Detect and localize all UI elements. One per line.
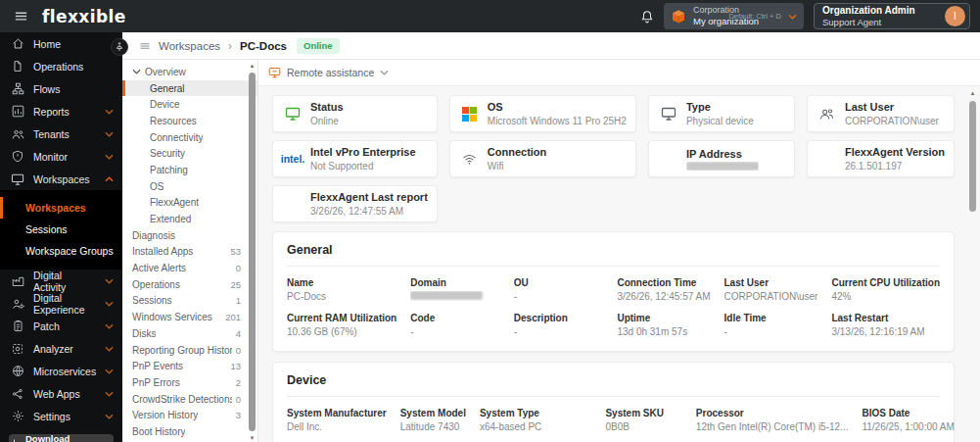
field-label: System Model <box>400 408 466 418</box>
sidebar-item-label: Reports <box>33 106 70 118</box>
summary-card: OS Microsoft Windows 11 Pro 25H2 <box>449 95 636 132</box>
card-body: Type Physical device <box>686 100 754 126</box>
breadcrumb-root-link[interactable]: Workspaces <box>159 40 220 52</box>
tree-item[interactable]: Windows Services 201 <box>122 309 257 325</box>
remote-assistance-label: Remote assistance <box>287 67 374 78</box>
sidebar-item-icon <box>11 37 24 50</box>
sidebar-item[interactable]: Analyzer <box>0 337 122 360</box>
sidebar-item-label: Digital Activity <box>33 270 96 293</box>
field-value: Dell Inc. <box>287 421 387 432</box>
tree-item[interactable]: Overview <box>122 64 257 80</box>
notifications-bell-icon[interactable] <box>640 10 654 24</box>
card-value: Not Supported <box>310 160 416 172</box>
card-icon: intel. <box>282 153 303 165</box>
tenant-selector[interactable]: Corporation My organization Default: Ctr… <box>664 3 804 29</box>
card-body: IP Address <box>686 147 759 170</box>
card-body: FlexxAgent Last report 3/26/26, 12:47:55… <box>310 190 428 217</box>
summary-card: Type Physical device <box>648 95 795 132</box>
menu-toggle-icon[interactable] <box>14 9 28 24</box>
tree-item[interactable]: FlexxAgent <box>122 195 257 212</box>
tree-item[interactable]: General <box>122 80 257 97</box>
sidebar-item[interactable]: Settings <box>0 405 122 427</box>
tree-item[interactable]: Extended <box>122 211 257 227</box>
sidebar-item[interactable]: Monitor <box>0 145 122 168</box>
card-body: OS Microsoft Windows 11 Pro 25H2 <box>488 100 627 126</box>
field-value: 0B0B <box>605 421 681 432</box>
sidebar-item-label: Web Apps <box>33 388 80 400</box>
workspaces-submenu: Workspaces Sessions Workspace Groups <box>0 190 122 270</box>
sidebar-item[interactable]: Tenants <box>0 123 122 145</box>
detail-sections: General Name PC-Docs Domain <box>272 231 955 442</box>
sidebar-pin-button[interactable] <box>111 38 128 56</box>
sidebar-item[interactable]: Microservices <box>0 360 122 382</box>
card-body: FlexxAgent Version 26.1.501.197 <box>845 145 945 172</box>
sidebar-item-label: Digital Experience <box>33 292 96 316</box>
user-menu[interactable]: Organization Admin Support Agent I <box>814 3 970 29</box>
summary-cards: Status Online OS Microsoft Windows 11 Pr… <box>272 95 955 222</box>
tree-item[interactable]: Sessions 1 <box>122 293 257 310</box>
tree-item-label: Patching <box>150 165 188 175</box>
field-label: System Type <box>480 408 592 418</box>
breadcrumb-menu-icon[interactable] <box>139 40 151 52</box>
scroll-up-arrow[interactable]: ▲ <box>968 90 977 96</box>
sidebar-item-label: Tenants <box>33 128 70 140</box>
chevron-down-icon <box>105 346 114 352</box>
tree-item[interactable]: PnP Events 13 <box>122 358 257 374</box>
scrollbar-thumb[interactable] <box>249 73 256 431</box>
scrollbar-thumb[interactable] <box>969 101 976 212</box>
breadcrumb-current: PC-Docs <box>240 40 287 52</box>
tree-item[interactable]: Installed Apps 53 <box>122 244 257 261</box>
tree-item[interactable]: Version History 3 <box>122 407 257 423</box>
avatar[interactable]: I <box>945 6 965 26</box>
download-flexxagent-button[interactable]: Download FlexxAgent <box>9 434 114 442</box>
scroll-down-arrow[interactable]: ▼ <box>248 435 257 441</box>
card-icon <box>459 154 481 165</box>
tree-item-label: PnP Events <box>132 361 183 371</box>
sidebar-item[interactable]: Workspaces <box>0 168 122 190</box>
field-label: Processor <box>696 408 849 418</box>
tree-item[interactable]: OS <box>122 178 257 195</box>
tree-item[interactable]: Reporting Group History 0 <box>122 342 257 359</box>
sidebar-subitem[interactable]: Sessions <box>0 219 122 240</box>
scroll-up-arrow[interactable]: ▲ <box>248 63 257 69</box>
tree-item[interactable]: Security <box>122 145 257 162</box>
sidebar-item[interactable]: Web Apps <box>0 382 122 405</box>
tree-item[interactable]: Boot History <box>122 423 257 440</box>
sidebar-subitem[interactable]: Workspace Groups <box>0 240 122 262</box>
sidebar-item[interactable]: Operations <box>0 55 122 77</box>
card-body: Status Online <box>310 100 344 126</box>
main-scrollbar[interactable]: ▲ <box>968 90 977 436</box>
field-label: Current CPU Utilization <box>831 277 940 288</box>
field-value: 3/13/26, 12:16:19 AM <box>831 326 940 337</box>
field: Connection Time 3/26/26, 12:45:57 AM <box>617 277 710 302</box>
sidebar-subitem[interactable]: Workspaces <box>0 197 122 219</box>
sidebar-item[interactable]: Digital Activity <box>0 270 122 292</box>
sidebar-item[interactable]: Digital Experience <box>0 292 122 315</box>
tree-item[interactable]: Disks 4 <box>122 325 257 342</box>
sidebar-item[interactable]: Home <box>0 32 122 55</box>
tree-item[interactable]: Active Alerts 0 <box>122 260 257 276</box>
sidebar-item[interactable]: Patch <box>0 315 122 337</box>
sidebar-item[interactable]: Reports <box>0 100 122 123</box>
tree-item[interactable]: PnP Errors 2 <box>122 374 257 391</box>
remote-assistance-button[interactable]: Remote assistance <box>268 67 389 78</box>
field-value <box>410 291 500 301</box>
tree-item[interactable]: Device <box>122 96 257 113</box>
field-label: Name <box>287 277 397 288</box>
tree-scrollbar[interactable]: ▲ ▼ <box>248 63 257 441</box>
tree-item[interactable]: Operations 25 <box>122 276 257 293</box>
tree-item-label: Installed Apps <box>132 246 193 257</box>
tree-item-label: Active Alerts <box>132 263 186 273</box>
tree-item[interactable]: Resources <box>122 113 257 129</box>
sidebar-item-icon <box>11 365 24 377</box>
tree-item[interactable]: CrowdStrike Detections 0 <box>122 391 257 408</box>
sidebar-item[interactable]: Flows <box>0 77 122 100</box>
tree-item[interactable]: Diagnosis <box>122 227 257 244</box>
breadcrumb: Workspaces › PC-Docs Online <box>122 32 980 60</box>
sidebar-top-list: Home Operations Flows Reports <box>0 32 122 190</box>
field-label: Domain <box>410 277 500 288</box>
remote-assistance-icon <box>268 67 281 78</box>
summary-card: Status Online <box>272 95 438 132</box>
tree-item[interactable]: Connectivity <box>122 129 257 146</box>
tree-item[interactable]: Patching <box>122 162 257 178</box>
